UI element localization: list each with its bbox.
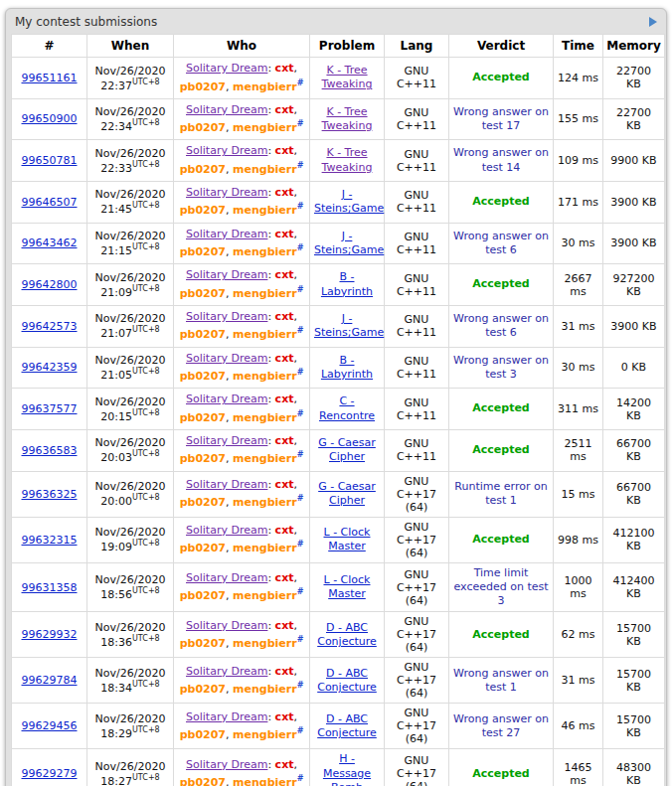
team-marker-icon[interactable]: # (297, 409, 304, 418)
team-member-mengbierr[interactable]: mengbierr (233, 637, 297, 650)
team-member-pb0207[interactable]: pb0207 (180, 204, 226, 217)
team-marker-icon[interactable]: # (297, 681, 304, 690)
team-marker-icon[interactable]: # (297, 494, 304, 503)
verdict-text[interactable]: Time limit exceeded on test 3 (453, 566, 548, 608)
team-member-cxt[interactable]: cxt (275, 710, 294, 723)
team-member-cxt[interactable]: cxt (275, 103, 294, 116)
team-link[interactable]: Solitary Dream (186, 710, 267, 723)
team-marker-icon[interactable]: # (297, 285, 304, 294)
team-marker-icon[interactable]: # (297, 161, 304, 170)
team-member-pb0207[interactable]: pb0207 (180, 410, 226, 423)
team-member-mengbierr[interactable]: mengbierr (233, 728, 297, 741)
team-member-pb0207[interactable]: pb0207 (180, 776, 226, 786)
team-marker-icon[interactable]: # (297, 368, 304, 377)
team-member-pb0207[interactable]: pb0207 (180, 683, 226, 696)
submission-id-link[interactable]: 99629784 (22, 674, 78, 687)
team-marker-icon[interactable]: # (297, 774, 304, 783)
team-member-mengbierr[interactable]: mengbierr (233, 286, 297, 299)
team-member-cxt[interactable]: cxt (275, 571, 294, 584)
team-marker-icon[interactable]: # (297, 243, 304, 252)
team-member-pb0207[interactable]: pb0207 (180, 121, 226, 134)
submission-id-link[interactable]: 99642800 (22, 278, 78, 291)
team-member-mengbierr[interactable]: mengbierr (233, 410, 297, 423)
team-link[interactable]: Solitary Dream (186, 228, 267, 240)
submission-id-link[interactable]: 99629279 (22, 767, 78, 780)
team-member-mengbierr[interactable]: mengbierr (233, 162, 297, 175)
verdict-text[interactable]: Wrong answer on test 14 (453, 146, 549, 173)
problem-link[interactable]: K - Tree Tweaking (322, 64, 373, 90)
team-link[interactable]: Solitary Dream (186, 268, 267, 281)
problem-link[interactable]: L - Clock Master (324, 526, 371, 552)
verdict-text[interactable]: Accepted (472, 195, 529, 208)
problem-link[interactable]: J - Steins;Game (314, 188, 384, 215)
submission-id-link[interactable]: 99646507 (22, 196, 78, 209)
team-member-cxt[interactable]: cxt (275, 62, 294, 75)
team-member-mengbierr[interactable]: mengbierr (233, 328, 297, 341)
problem-link[interactable]: G - Caesar Cipher (318, 436, 376, 463)
problem-link[interactable]: D - ABC Conjecture (317, 667, 377, 694)
team-member-mengbierr[interactable]: mengbierr (233, 121, 297, 134)
team-marker-icon[interactable]: # (297, 326, 304, 335)
team-member-pb0207[interactable]: pb0207 (180, 452, 226, 465)
submission-id-link[interactable]: 99636583 (22, 444, 78, 457)
verdict-text[interactable]: Accepted (472, 443, 529, 456)
team-member-pb0207[interactable]: pb0207 (180, 245, 226, 258)
submission-id-link[interactable]: 99650781 (22, 154, 78, 167)
team-link[interactable]: Solitary Dream (186, 352, 267, 365)
team-member-mengbierr[interactable]: mengbierr (233, 370, 297, 383)
team-link[interactable]: Solitary Dream (186, 103, 267, 116)
problem-link[interactable]: G - Caesar Cipher (318, 480, 376, 507)
team-link[interactable]: Solitary Dream (186, 310, 267, 323)
problem-link[interactable]: B - Labyrinth (321, 354, 373, 381)
team-member-mengbierr[interactable]: mengbierr (233, 496, 297, 509)
problem-link[interactable]: L - Clock Master (324, 573, 371, 600)
team-member-pb0207[interactable]: pb0207 (180, 589, 226, 602)
team-member-cxt[interactable]: cxt (275, 665, 294, 678)
team-member-pb0207[interactable]: pb0207 (180, 79, 226, 92)
team-link[interactable]: Solitary Dream (186, 478, 267, 491)
team-member-cxt[interactable]: cxt (275, 268, 294, 281)
submission-id-link[interactable]: 99642573 (22, 320, 78, 333)
team-member-pb0207[interactable]: pb0207 (180, 637, 226, 650)
team-member-cxt[interactable]: cxt (275, 186, 294, 199)
team-marker-icon[interactable]: # (297, 119, 304, 128)
team-member-cxt[interactable]: cxt (275, 352, 294, 365)
team-marker-icon[interactable]: # (297, 587, 304, 596)
verdict-text[interactable]: Accepted (472, 533, 529, 546)
verdict-text[interactable]: Accepted (472, 767, 529, 780)
submission-id-link[interactable]: 99632315 (22, 534, 78, 547)
team-link[interactable]: Solitary Dream (186, 62, 267, 75)
team-member-mengbierr[interactable]: mengbierr (233, 542, 297, 554)
verdict-text[interactable]: Wrong answer on test 6 (453, 312, 549, 339)
problem-link[interactable]: K - Tree Tweaking (322, 105, 373, 132)
team-member-cxt[interactable]: cxt (275, 228, 294, 240)
problem-link[interactable]: B - Labyrinth (321, 270, 373, 297)
team-member-pb0207[interactable]: pb0207 (180, 496, 226, 509)
submission-id-link[interactable]: 99651161 (22, 72, 78, 84)
team-member-pb0207[interactable]: pb0207 (180, 728, 226, 741)
team-link[interactable]: Solitary Dream (186, 524, 267, 537)
team-link[interactable]: Solitary Dream (186, 434, 267, 447)
team-member-cxt[interactable]: cxt (275, 619, 294, 632)
team-member-pb0207[interactable]: pb0207 (180, 286, 226, 299)
verdict-text[interactable]: Wrong answer on test 27 (453, 712, 549, 739)
submission-id-link[interactable]: 99650900 (22, 112, 78, 125)
team-member-cxt[interactable]: cxt (275, 144, 294, 157)
team-marker-icon[interactable]: # (297, 79, 304, 87)
team-member-pb0207[interactable]: pb0207 (180, 328, 226, 341)
team-marker-icon[interactable]: # (297, 635, 304, 644)
team-link[interactable]: Solitary Dream (186, 186, 267, 199)
team-link[interactable]: Solitary Dream (186, 758, 267, 771)
team-marker-icon[interactable]: # (297, 202, 304, 211)
submission-id-link[interactable]: 99629456 (22, 719, 78, 732)
verdict-text[interactable]: Accepted (472, 628, 529, 641)
problem-link[interactable]: J - Steins;Game (314, 312, 384, 339)
team-member-cxt[interactable]: cxt (275, 478, 294, 491)
verdict-text[interactable]: Wrong answer on test 1 (453, 667, 549, 694)
problem-link[interactable]: J - Steins;Game (314, 230, 384, 256)
team-member-cxt[interactable]: cxt (275, 524, 294, 537)
verdict-text[interactable]: Wrong answer on test 17 (453, 105, 549, 132)
problem-link[interactable]: D - ABC Conjecture (317, 621, 377, 648)
team-marker-icon[interactable]: # (297, 726, 304, 735)
team-member-cxt[interactable]: cxt (275, 758, 294, 771)
